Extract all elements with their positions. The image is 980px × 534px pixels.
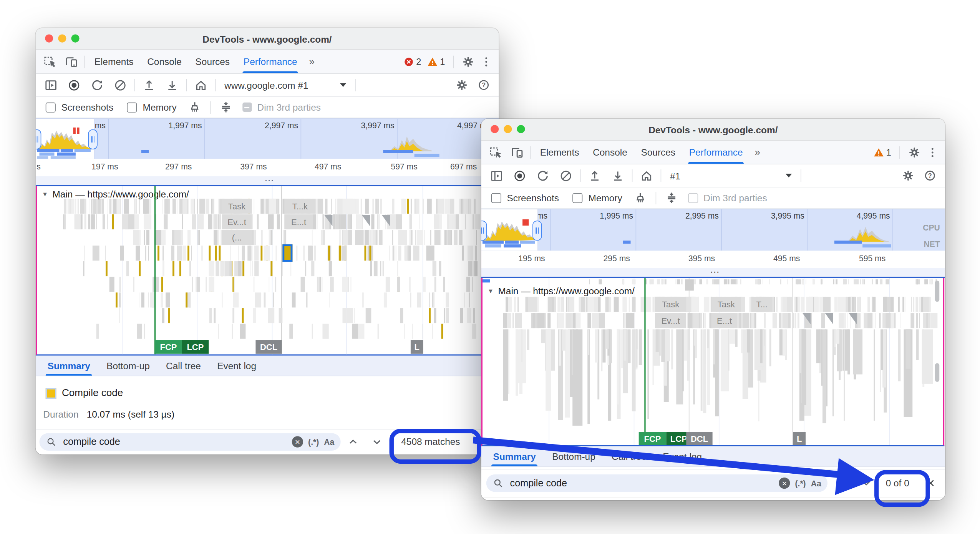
kebab-menu-icon[interactable]	[480, 55, 492, 68]
timeline-overview[interactable]: 995 ms 1,995 ms 2,995 ms 3,995 ms 4,995 …	[481, 209, 945, 251]
screenshots-checkbox[interactable]	[46, 102, 56, 112]
settings-gear-icon[interactable]	[908, 146, 921, 159]
minimize-window-button[interactable]	[58, 34, 66, 42]
inspect-icon[interactable]	[43, 55, 57, 68]
error-badge[interactable]: 2	[403, 56, 421, 67]
event-block[interactable]: E...t	[711, 313, 737, 328]
settings-gear-icon[interactable]	[462, 55, 474, 68]
download-profile-icon[interactable]	[166, 78, 179, 91]
search-input[interactable]	[62, 436, 287, 448]
toggle-sidebar-icon[interactable]	[45, 78, 58, 91]
match-case-toggle[interactable]: Aa	[324, 437, 334, 446]
tab-sources[interactable]: Sources	[634, 141, 682, 164]
tab-console[interactable]: Console	[586, 141, 634, 164]
collapse-tracks-icon[interactable]	[665, 191, 678, 204]
close-window-button[interactable]	[45, 34, 53, 42]
close-search-icon[interactable]	[924, 476, 938, 490]
task-block[interactable]: T...k	[284, 199, 315, 214]
regex-toggle[interactable]: (.*)	[308, 437, 319, 446]
upload-profile-icon[interactable]	[143, 78, 156, 91]
timeline-overview[interactable]: 997 ms 1,997 ms 2,997 ms 3,997 ms 4,997 …	[36, 118, 499, 159]
tab-console[interactable]: Console	[140, 50, 188, 73]
device-toolbar-icon[interactable]	[65, 55, 78, 68]
tab-call-tree[interactable]: Call tree	[158, 356, 209, 376]
search-input[interactable]	[509, 477, 774, 489]
tab-call-tree[interactable]: Call tree	[604, 446, 655, 466]
search-pill[interactable]: × (.*) Aa	[486, 474, 827, 492]
main-track-header[interactable]: ▼ Main — https://www.google.com/	[488, 285, 635, 296]
disclosure-triangle-icon[interactable]: ▼	[42, 191, 48, 197]
search-pill[interactable]: × (.*) Aa	[39, 433, 340, 451]
device-toolbar-icon[interactable]	[510, 145, 524, 159]
event-block[interactable]: Ev...t	[222, 214, 252, 229]
regex-toggle[interactable]: (.*)	[795, 478, 806, 488]
event-block[interactable]: E...t	[284, 214, 313, 229]
next-match-button[interactable]	[859, 477, 874, 489]
zoom-window-button[interactable]	[517, 125, 525, 133]
tab-event-log[interactable]: Event log	[655, 446, 710, 466]
selection-handle-left[interactable]	[36, 129, 41, 149]
task-block[interactable]: T...	[751, 297, 773, 312]
collapsed-track[interactable]: ⋯	[481, 268, 945, 278]
anonymous-block[interactable]: (...	[222, 230, 252, 245]
live-metrics-home-icon[interactable]	[194, 78, 207, 91]
capture-settings-gear-icon[interactable]	[902, 169, 915, 182]
tab-bottom-up[interactable]: Bottom-up	[98, 356, 158, 376]
tab-performance[interactable]: Performance	[682, 141, 750, 164]
match-case-toggle[interactable]: Aa	[811, 478, 821, 488]
tab-summary[interactable]: Summary	[39, 356, 98, 376]
task-block[interactable]: Task	[655, 297, 686, 312]
clear-search-icon[interactable]: ×	[779, 478, 790, 489]
upload-profile-icon[interactable]	[588, 169, 601, 182]
dim-3rd-parties-checkbox[interactable]	[242, 103, 252, 112]
zoom-window-button[interactable]	[71, 34, 79, 42]
next-match-button[interactable]	[369, 436, 384, 448]
collapsed-track[interactable]: ⋯	[36, 176, 499, 186]
screenshots-checkbox[interactable]	[491, 193, 501, 203]
inspect-icon[interactable]	[489, 145, 502, 159]
previous-match-button[interactable]	[836, 477, 851, 489]
memory-checkbox[interactable]	[573, 193, 583, 203]
selection-handle-right[interactable]	[532, 221, 542, 240]
more-tabs-icon[interactable]: »	[750, 147, 766, 158]
history-select[interactable]: #1	[670, 170, 792, 181]
selected-event[interactable]	[282, 244, 292, 262]
minimize-window-button[interactable]	[504, 125, 512, 133]
overview-selected-window[interactable]	[36, 119, 94, 159]
selection-handle-right[interactable]	[88, 129, 97, 149]
flame-chart[interactable]: ▼ Main — https://www.google.com/ Task T.…	[36, 186, 483, 356]
record-icon[interactable]	[68, 78, 81, 91]
tab-bottom-up[interactable]: Bottom-up	[544, 446, 604, 466]
event-block[interactable]: Ev...t	[655, 313, 686, 328]
tab-elements[interactable]: Elements	[88, 50, 141, 73]
overview-selected-window[interactable]	[481, 209, 537, 250]
download-profile-icon[interactable]	[611, 169, 624, 182]
more-tabs-icon[interactable]: »	[304, 56, 320, 67]
disclosure-triangle-icon[interactable]: ▼	[488, 287, 494, 294]
scrollbar-thumb[interactable]	[935, 280, 939, 302]
tab-elements[interactable]: Elements	[533, 141, 586, 164]
capture-settings-gear-icon[interactable]	[456, 79, 468, 91]
help-icon[interactable]	[478, 79, 490, 91]
task-block[interactable]: Task	[711, 297, 741, 312]
clear-icon[interactable]	[114, 78, 127, 91]
scrollbar-thumb[interactable]	[935, 363, 939, 382]
warning-badge[interactable]: 1	[427, 56, 445, 67]
warning-badge[interactable]: 1	[873, 147, 891, 158]
close-window-button[interactable]	[491, 125, 499, 133]
previous-match-button[interactable]	[346, 436, 361, 448]
task-block[interactable]: Task	[222, 199, 252, 214]
collapse-tracks-icon[interactable]	[219, 101, 232, 114]
flame-chart[interactable]: ▼ Main — https://www.google.com/ Task Ta…	[481, 278, 945, 446]
window-titlebar[interactable]: DevTools - www.google.com/	[36, 28, 499, 50]
window-titlebar[interactable]: DevTools - www.google.com/	[481, 119, 945, 141]
dim-3rd-parties-checkbox[interactable]	[688, 193, 698, 203]
tab-event-log[interactable]: Event log	[209, 356, 264, 376]
tab-performance[interactable]: Performance	[237, 50, 304, 73]
clear-icon[interactable]	[559, 169, 572, 182]
gc-brush-icon[interactable]	[633, 191, 647, 204]
tab-sources[interactable]: Sources	[189, 50, 237, 73]
history-select[interactable]: www.google.com #1	[224, 80, 346, 90]
record-icon[interactable]	[513, 169, 526, 182]
reload-record-icon[interactable]	[536, 169, 549, 182]
